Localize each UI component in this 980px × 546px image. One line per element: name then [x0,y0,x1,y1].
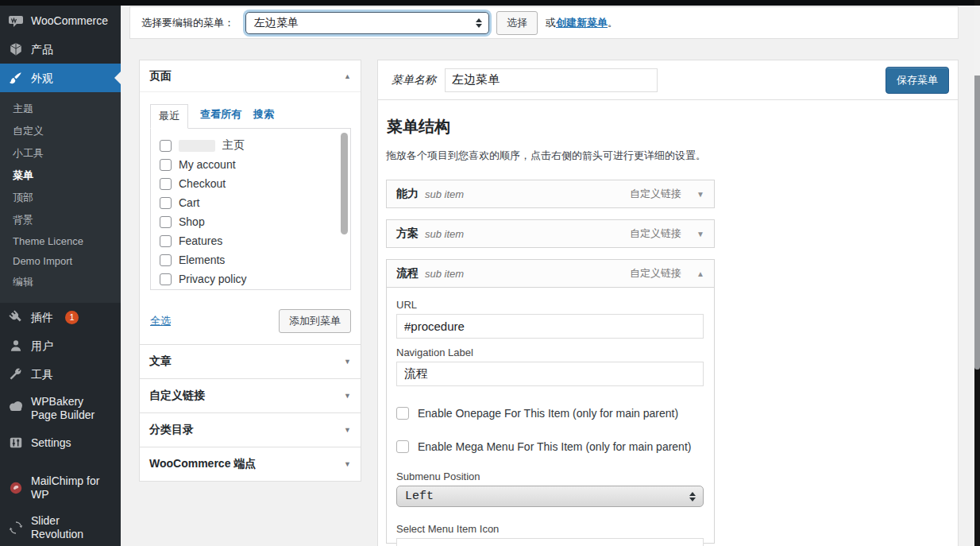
enable-mega-menu-label: Enable Mega Menu For This Item (only for… [418,440,691,453]
menu-items-list: 能力 sub item 自定义链接 ▼ 方案 sub item 自定义链接 ▼ … [386,180,715,544]
scrollbar-thumb[interactable] [341,133,348,234]
sidebar-item-tools[interactable]: 工具 [0,360,121,389]
pages-checklist: 主页 My account Checkout Cart Shop [150,128,351,290]
tab-search[interactable]: 搜索 [253,103,274,128]
menu-structure-description: 拖放各个项目到您喜欢的顺序，点击右侧的箭头可进行更详细的设置。 [386,149,950,163]
page-checkbox[interactable] [160,140,172,152]
submenu-position-value: Left [405,490,689,503]
woocommerce-endpoints-panel-header[interactable]: WooCommerce 端点 ▼ [140,447,361,481]
submenu-item-header[interactable]: 顶部 [0,187,121,209]
pages-tabs: 最近 查看所有 搜索 [150,103,351,128]
sidebar-item-label: WPBakery Page Builder [31,395,110,422]
submenu-item-editor[interactable]: 编辑 [0,271,121,293]
create-new-menu-link[interactable]: 创建新菜单 [556,16,608,30]
pages-panel-header[interactable]: 页面 ▲ [140,60,361,92]
menu-editor-card: 菜单名称 保存菜单 菜单结构 拖放各个项目到您喜欢的顺序，点击右侧的箭头可进行更… [377,60,959,546]
expand-arrow-icon[interactable]: ▼ [344,426,351,434]
page-checkbox[interactable] [160,273,172,285]
submenu-item-menus[interactable]: 菜单 [0,165,121,187]
menu-select-dropdown[interactable]: 左边菜单 [245,12,489,34]
choose-menu-button[interactable]: 选择 [496,11,538,35]
appearance-submenu: 主题 自定义 小工具 菜单 顶部 背景 Theme Licence Demo I… [0,92,121,303]
page-item-label: Elements [179,254,225,266]
submenu-item-theme-licence[interactable]: Theme Licence [0,231,121,251]
sidebar-item-users[interactable]: 用户 [0,331,121,360]
menu-item-nengli[interactable]: 能力 sub item 自定义链接 ▼ [386,180,715,208]
navigation-label-input[interactable] [396,362,704,386]
expand-arrow-icon[interactable]: ▼ [344,358,351,366]
page-checkbox[interactable] [160,159,172,171]
page-item-label: Features [179,234,222,247]
posts-panel-header[interactable]: 文章 ▼ [140,344,361,378]
page-checkbox[interactable] [160,197,172,209]
tab-most-recent[interactable]: 最近 [150,104,188,129]
page-checkbox[interactable] [160,216,172,228]
tools-icon [8,366,24,382]
sidebar-item-mailchimp[interactable]: MailChimp for WP [0,468,121,508]
sidebar-item-slider-revolution[interactable]: Slider Revolution [0,508,121,546]
submenu-item-widgets[interactable]: 小工具 [0,142,121,165]
plugins-update-badge: 1 [65,311,79,324]
enable-onepage-checkbox[interactable] [396,407,409,420]
sidebar-item-label: 工具 [31,368,53,381]
add-to-menu-button[interactable]: 添加到菜单 [279,309,351,333]
page-list-item: Checkout [160,174,350,193]
pages-panel-body: 最近 查看所有 搜索 主页 My account Checkout [140,92,361,300]
expand-arrow-icon[interactable]: ▼ [344,392,351,400]
menu-item-source-column: 页面 ▲ 最近 查看所有 搜索 主页 My account [139,60,361,482]
select-stepper-icon [476,18,482,28]
sidebar-item-products[interactable]: 产品 [0,35,121,64]
menu-item-fangan[interactable]: 方案 sub item 自定义链接 ▼ [386,219,715,248]
expand-arrow-icon[interactable]: ▼ [344,460,351,468]
sidebar-item-appearance[interactable]: 外观 [0,64,121,92]
menu-name-input[interactable] [445,68,658,92]
url-label: URL [396,299,704,311]
sidebar-item-label: Settings [31,436,71,450]
page-item-label: Cart [179,196,199,209]
menu-item-title: 方案 [396,227,419,241]
custom-links-panel-header[interactable]: 自定义链接 ▼ [140,378,361,412]
sidebar-item-label: 外观 [31,72,53,85]
sidebar-item-wpbakery[interactable]: WPBakery Page Builder [0,389,121,428]
collapse-arrow-icon[interactable]: ▲ [696,269,704,278]
custom-links-panel-title: 自定义链接 [149,389,205,403]
page-list-item: Elements [160,250,350,269]
expand-arrow-icon[interactable]: ▼ [696,230,704,238]
page-checkbox[interactable] [160,178,172,190]
menu-item-type: 自定义链接 [630,266,681,281]
window-scrollbar-thumb[interactable] [974,76,980,370]
submenu-position-select[interactable]: Left [396,486,704,507]
select-all-link[interactable]: 全选 [150,314,171,328]
settings-icon [8,435,24,451]
menu-structure-title: 菜单结构 [386,110,950,137]
categories-panel-header[interactable]: 分类目录 ▼ [140,412,361,447]
menu-item-subitem-tag: sub item [425,228,464,240]
save-menu-button[interactable]: 保存菜单 [885,67,949,94]
enable-mega-menu-row: Enable Mega Menu For This Item (only for… [396,440,704,453]
mailchimp-icon [8,480,24,496]
menu-item-icon-input[interactable] [396,538,704,546]
admin-top-bar [0,0,980,6]
menu-select-value: 左边菜单 [254,16,476,30]
tab-view-all[interactable]: 查看所有 [200,103,241,128]
menu-item-icon-label: Select Menu Item Icon [396,523,704,535]
woocommerce-icon [8,13,24,29]
menu-item-liucheng[interactable]: 流程 sub item 自定义链接 ▲ [386,259,715,288]
submenu-item-demo-import[interactable]: Demo Import [0,251,121,271]
sidebar-item-woocommerce[interactable]: WooCommerce [0,6,121,35]
enable-mega-menu-checkbox[interactable] [396,440,409,453]
page-checkbox[interactable] [160,254,172,266]
submenu-item-themes[interactable]: 主题 [0,98,121,120]
menu-item-settings-panel: URL Navigation Label Enable Onepage For … [386,288,715,544]
active-item-notch [108,72,121,84]
page-checkbox[interactable] [160,235,172,247]
submenu-item-background[interactable]: 背景 [0,209,121,231]
expand-arrow-icon[interactable]: ▼ [696,190,704,199]
url-input[interactable] [396,314,704,339]
sidebar-item-label: 产品 [31,43,53,56]
sidebar-item-plugins[interactable]: 插件 1 [0,303,121,331]
plugins-icon [8,309,24,325]
submenu-item-customize[interactable]: 自定义 [0,120,121,142]
collapse-arrow-icon[interactable]: ▲ [344,72,351,80]
sidebar-item-settings[interactable]: Settings [0,428,121,457]
